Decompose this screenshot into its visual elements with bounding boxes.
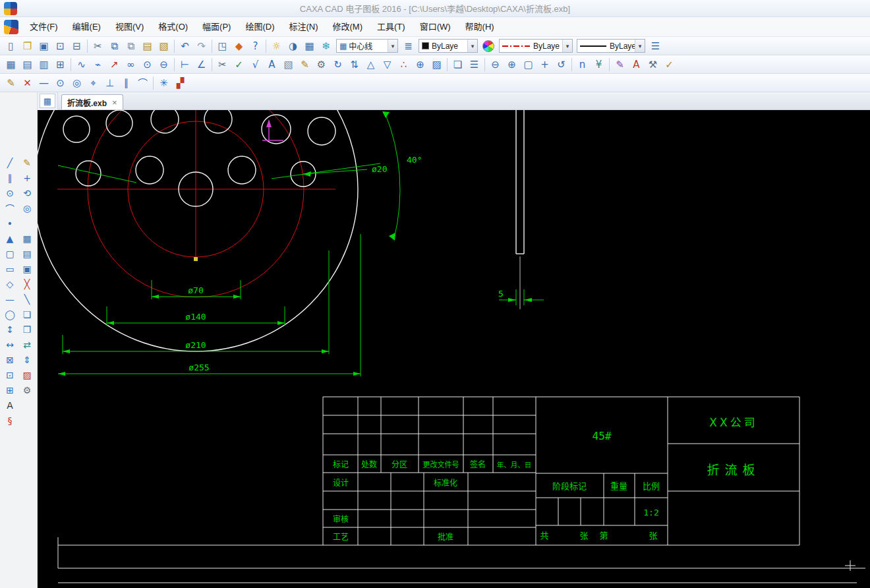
print-preview-icon[interactable]: ⊡ (52, 38, 69, 54)
link-icon[interactable]: ∞ (123, 57, 139, 73)
pickup-filter-icon[interactable]: ¥ (591, 57, 607, 73)
sheet-settings-icon[interactable]: ▦ (3, 57, 19, 73)
linear-dimension-icon[interactable]: ⊢ (177, 57, 193, 73)
menu-format[interactable]: 格式(O) (151, 19, 195, 35)
swap-icon[interactable]: ⇄ (19, 338, 35, 352)
color-wheel-icon[interactable] (482, 40, 494, 52)
ole-object-icon[interactable]: ◳ (214, 38, 231, 54)
divide-icon[interactable]: ╳ (19, 277, 35, 291)
help-icon[interactable]: ? (247, 38, 264, 54)
paste-icon[interactable]: ▤ (139, 38, 156, 54)
check-icon[interactable]: ✓ (231, 57, 247, 73)
rectangle-icon[interactable]: ▭ (2, 262, 18, 276)
list-icon[interactable]: ☰ (647, 38, 664, 54)
print-icon[interactable]: ⊟ (69, 38, 85, 54)
regen-icon[interactable]: ↺ (553, 57, 569, 73)
annotate-icon[interactable]: A (628, 57, 645, 73)
color-combo[interactable]: ByLaye ▾ (419, 39, 478, 53)
paste-special-icon[interactable]: ▧ (156, 38, 172, 54)
ellipse-icon[interactable]: ◯ (2, 307, 18, 322)
flip-icon[interactable]: ⇅ (346, 57, 362, 73)
donut-icon[interactable]: ◎ (69, 75, 85, 91)
chevron-down-icon[interactable]: ▾ (467, 40, 477, 52)
zigzag-icon[interactable]: § (2, 413, 18, 428)
document-tab[interactable]: 折流板.exb × (61, 94, 123, 109)
line-icon[interactable]: ╱ (2, 156, 18, 170)
parameter-bar-icon[interactable]: ▥ (36, 57, 52, 73)
block-icon[interactable]: ▣ (19, 262, 35, 276)
copy-with-basepoint-icon[interactable]: ⧉ (123, 38, 139, 54)
fill-icon[interactable]: ▲ (2, 231, 18, 246)
properties-icon[interactable]: ◆ (231, 38, 247, 54)
new-icon[interactable]: ▯ (3, 38, 19, 54)
layer-combo[interactable]: ▦ 中心线 ▾ (336, 39, 398, 53)
sketch-pen-icon[interactable]: ✎ (19, 156, 35, 170)
bom-table-icon[interactable]: ⊞ (52, 57, 69, 73)
layout-icon[interactable]: ☰ (466, 57, 482, 73)
menu-draw[interactable]: 绘图(D) (238, 19, 281, 35)
menu-edit[interactable]: 编辑(E) (65, 19, 108, 35)
menu-file[interactable]: 文件(F) (22, 19, 65, 35)
linetype-combo[interactable]: ByLaye ▾ (499, 39, 573, 53)
chevron-down-icon[interactable]: ▾ (388, 40, 397, 52)
new-doc-icon[interactable]: ❏ (19, 307, 35, 322)
erase-icon[interactable]: ✕ (19, 75, 36, 91)
menu-sheet[interactable]: 幅面(P) (195, 19, 238, 35)
arc-icon[interactable]: ⌒ (2, 201, 18, 216)
chevron-down-icon[interactable]: ▾ (562, 40, 572, 52)
axis-icon[interactable]: — (36, 75, 52, 91)
rotate-tool-icon[interactable]: ⟲ (19, 186, 35, 200)
window-icon[interactable]: ⊞ (2, 383, 18, 397)
rotate-icon[interactable]: ↻ (330, 57, 346, 73)
array-icon[interactable]: ∴ (395, 57, 412, 73)
table-icon[interactable]: ▤ (19, 247, 35, 261)
clip-icon[interactable]: ⊠ (2, 353, 18, 367)
perpendicular-icon[interactable]: ⊥ (102, 75, 118, 91)
stretch-icon[interactable]: ⇕ (19, 353, 35, 367)
zoom-window-icon[interactable]: ▢ (520, 57, 536, 73)
circle-tool-icon[interactable]: ⊙ (2, 186, 18, 200)
fit-icon[interactable]: ↕ (2, 322, 18, 337)
lineweight-combo[interactable]: ByLayer ▾ (577, 39, 645, 53)
menu-view[interactable]: 视图(V) (108, 19, 151, 35)
move-icon[interactable]: + (19, 171, 35, 185)
circle-draw-icon[interactable]: ⊙ (139, 57, 156, 73)
layer-settings-icon[interactable]: ▦ (301, 38, 318, 54)
settings-gear-icon[interactable]: ⚙ (19, 383, 35, 397)
menu-dimension[interactable]: 标注(N) (281, 19, 325, 35)
sketch-icon[interactable]: ✎ (3, 75, 19, 91)
formula-icon[interactable]: √ (247, 57, 264, 73)
title-block-icon[interactable]: ▤ (19, 57, 36, 73)
layer-visibility-icon[interactable]: ◑ (285, 38, 301, 54)
layer-freeze-icon[interactable]: ❄ (318, 38, 334, 54)
concentric-icon[interactable]: ◎ (19, 201, 35, 216)
parallel-icon[interactable]: ∥ (118, 75, 134, 91)
menu-help[interactable]: 帮助(H) (458, 19, 502, 35)
new-view-icon[interactable]: ❏ (450, 57, 466, 73)
menu-modify[interactable]: 修改(M) (326, 19, 370, 35)
chevron-down-icon[interactable]: ▾ (635, 40, 645, 52)
scale-icon[interactable]: △ (362, 57, 379, 73)
tangent-icon[interactable]: ⌒ (134, 75, 151, 91)
image-icon[interactable]: ▧ (280, 57, 297, 73)
point-icon[interactable]: • (2, 216, 18, 231)
parallel-line-icon[interactable]: ∥ (2, 171, 18, 185)
pan-tool-icon[interactable]: ↔ (2, 338, 18, 352)
point-style-icon[interactable]: ✳ (156, 75, 172, 91)
drawing-canvas[interactable]: ø70 ø140 ø210 ø255 ø20 40° 5 (38, 110, 870, 588)
menu-window[interactable]: 窗口(W) (413, 19, 458, 35)
close-icon[interactable]: × (112, 98, 117, 107)
layer-on-icon[interactable]: ☼ (268, 38, 285, 54)
insert-icon[interactable]: ⊡ (2, 368, 18, 382)
leader-icon[interactable]: ↗ (106, 57, 123, 73)
circle-icon[interactable]: ⊙ (52, 75, 69, 91)
center-icon[interactable]: ⌖ (85, 75, 102, 91)
save-icon[interactable]: ▣ (36, 38, 52, 54)
copy-icon[interactable]: ⧉ (106, 38, 123, 54)
linetype-manager-icon[interactable]: ≣ (400, 38, 417, 54)
redo-icon[interactable]: ↷ (193, 38, 210, 54)
mirror-icon[interactable]: ▽ (379, 57, 395, 73)
menu-tools[interactable]: 工具(T) (370, 19, 413, 35)
cut-icon[interactable]: ✂ (90, 38, 106, 54)
edit-icon[interactable]: ✎ (297, 57, 313, 73)
